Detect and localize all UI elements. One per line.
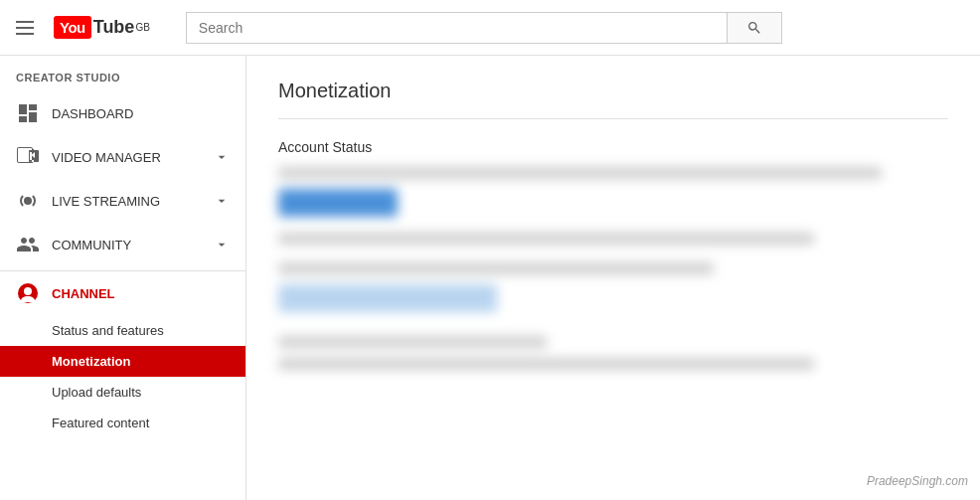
live-streaming-chevron bbox=[214, 193, 230, 209]
video-manager-label: VIDEO MANAGER bbox=[52, 150, 214, 165]
video-manager-chevron bbox=[214, 149, 230, 165]
sidebar-item-community[interactable]: COMMUNITY bbox=[0, 223, 245, 266]
channel-section: CHANNEL Status and features Monetization… bbox=[0, 270, 245, 438]
community-chevron bbox=[214, 237, 230, 252]
sidebar-item-upload-defaults[interactable]: Upload defaults bbox=[0, 377, 245, 408]
youtube-gb: GB bbox=[135, 22, 149, 33]
search-icon bbox=[746, 20, 762, 36]
watermark: PradeepSingh.com bbox=[867, 474, 968, 488]
sidebar: CREATOR STUDIO DASHBOARD VIDEO MANAGER bbox=[0, 56, 246, 500]
main-layout: CREATOR STUDIO DASHBOARD VIDEO MANAGER bbox=[0, 56, 980, 500]
main-content: Monetization Account Status bbox=[246, 56, 980, 500]
youtube-you: You bbox=[54, 16, 91, 39]
page-title: Monetization bbox=[278, 80, 948, 102]
live-streaming-icon bbox=[16, 189, 40, 213]
svg-point-0 bbox=[24, 197, 32, 205]
live-streaming-label: LIVE STREAMING bbox=[52, 194, 214, 209]
search-button[interactable] bbox=[727, 12, 782, 44]
channel-icon bbox=[16, 281, 40, 305]
video-manager-icon bbox=[16, 145, 40, 169]
section-title: Account Status bbox=[278, 139, 948, 155]
hamburger-menu[interactable] bbox=[12, 17, 38, 39]
channel-header[interactable]: CHANNEL bbox=[0, 271, 245, 315]
divider bbox=[278, 118, 948, 119]
dashboard-icon bbox=[16, 101, 40, 125]
topbar: You Tube GB bbox=[0, 0, 980, 56]
youtube-logo: You Tube GB bbox=[54, 16, 150, 39]
svg-point-2 bbox=[24, 287, 32, 295]
creator-studio-title: CREATOR STUDIO bbox=[0, 56, 245, 91]
sidebar-item-featured-content[interactable]: Featured content bbox=[0, 408, 245, 438]
sidebar-item-live-streaming[interactable]: LIVE STREAMING bbox=[0, 179, 245, 223]
community-icon bbox=[16, 233, 40, 256]
blurred-content bbox=[278, 167, 948, 370]
channel-label: CHANNEL bbox=[52, 286, 115, 301]
community-label: COMMUNITY bbox=[52, 238, 214, 252]
sidebar-item-video-manager[interactable]: VIDEO MANAGER bbox=[0, 135, 245, 179]
sidebar-item-status-features[interactable]: Status and features bbox=[0, 315, 245, 346]
sidebar-item-dashboard[interactable]: DASHBOARD bbox=[0, 91, 245, 135]
dashboard-label: DASHBOARD bbox=[52, 106, 230, 121]
sidebar-item-monetization[interactable]: Monetization bbox=[0, 346, 245, 377]
search-bar bbox=[186, 12, 782, 44]
youtube-tube: Tube bbox=[93, 17, 135, 38]
search-input[interactable] bbox=[186, 12, 727, 44]
